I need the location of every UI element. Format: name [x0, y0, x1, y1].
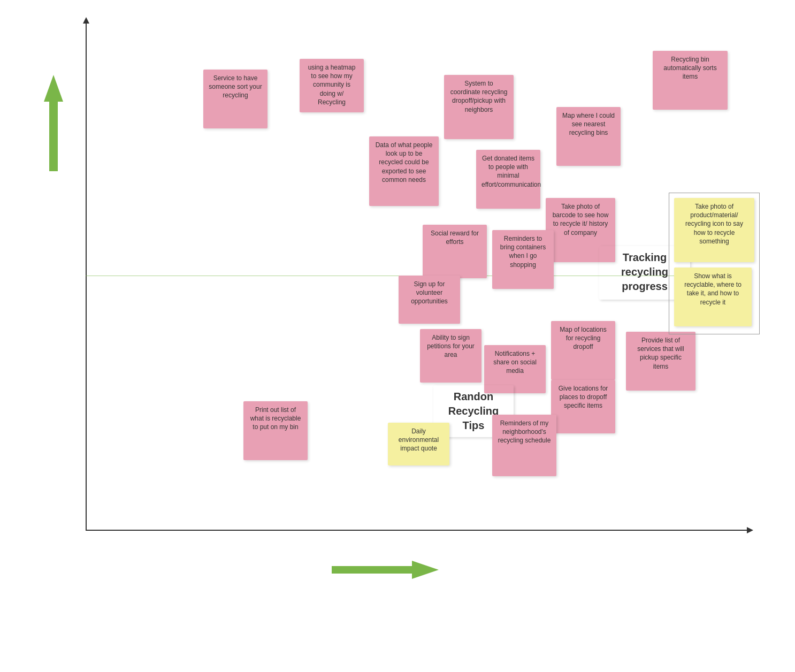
note-ability-sign-petitions: Ability to sign petitions for your area [420, 329, 481, 383]
x-axis [86, 530, 749, 531]
note-reminders-containers: Reminders to bring containers when I go … [492, 230, 554, 289]
note-data-export: Data of what people look up to be recycl… [369, 136, 439, 206]
note-map-locations-dropoff: Map of locations for recycling dropoff [551, 321, 615, 380]
note-get-donated: Get donated items to people with minimal… [476, 150, 540, 209]
note-social-reward: Social reward for efforts [423, 225, 487, 278]
svg-marker-0 [44, 75, 63, 171]
note-provide-list-services: Provide list of services that will picku… [626, 332, 695, 391]
note-service-sort: Service to have someone sort your recycl… [203, 70, 267, 128]
note-sign-up-volunteer: Sign up for volunteer opportunities [399, 276, 460, 324]
chart-area: Service to have someone sort your recycl… [70, 21, 765, 583]
note-map-nearest: Map where I could see nearest recycling … [556, 107, 621, 166]
note-take-photo-icon: Take photo of product/material/ recyclin… [674, 198, 754, 262]
note-print-list: Print out list of what is recyclable to … [243, 401, 308, 460]
note-show-recyclable: Show what is recyclable, where to take i… [674, 268, 752, 326]
note-daily-quote: Daily environmental impact quote [388, 423, 449, 465]
note-reminders-schedule: Reminders of my neighborhood's recycling… [492, 415, 556, 476]
impact-arrow [332, 561, 439, 581]
note-give-locations-dropoff: Give locations for places to dropoff spe… [551, 380, 615, 433]
note-recycling-bin-auto: Recycling bin automatically sorts items [653, 51, 728, 110]
complexity-arrow [44, 75, 63, 173]
note-system-coordinate: System to coordinate recycling dropoff/p… [444, 75, 514, 139]
svg-marker-1 [332, 561, 439, 579]
note-heatmap: using a heatmap to see how my community … [300, 59, 364, 112]
